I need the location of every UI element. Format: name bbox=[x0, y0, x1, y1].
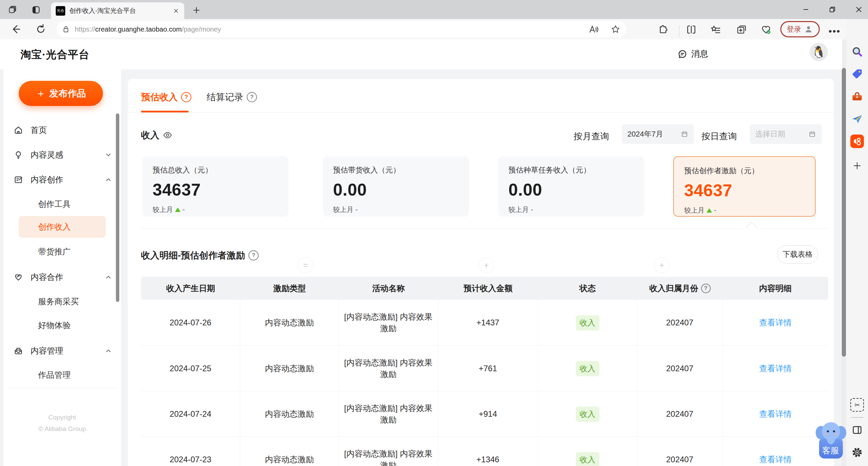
col-header: 状态 bbox=[538, 277, 637, 300]
customer-service-widget[interactable]: 客服 bbox=[814, 416, 847, 461]
day-query-label: 按日查询 bbox=[701, 130, 737, 142]
url-bar[interactable]: https://creator.guanghe.taobao.com/page/… bbox=[56, 21, 626, 37]
help-icon[interactable]: ? bbox=[247, 92, 257, 102]
copyright-line1: Copyright bbox=[11, 414, 113, 421]
new-tab-icon[interactable] bbox=[192, 6, 201, 15]
window-restore-icon[interactable] bbox=[827, 4, 837, 15]
browser-essentials-icon[interactable] bbox=[761, 24, 771, 35]
sidebar-item-works-management[interactable]: 作品管理 bbox=[14, 363, 112, 387]
rail-toolbox-icon[interactable] bbox=[850, 90, 864, 104]
help-icon[interactable]: ? bbox=[181, 92, 191, 102]
cell-date: 2024-07-25 bbox=[141, 346, 240, 391]
plus-icon: ＋ bbox=[36, 87, 46, 101]
login-button[interactable]: 登录 bbox=[780, 21, 820, 37]
view-details-link[interactable]: 查看详情 bbox=[759, 317, 792, 328]
cell-type: 内容动态激励 bbox=[240, 300, 339, 345]
view-details-link[interactable]: 查看详情 bbox=[759, 454, 792, 465]
day-query-input[interactable]: 选择日期 bbox=[750, 124, 822, 144]
tab-estimated-income[interactable]: 预估收入 ? bbox=[141, 91, 191, 103]
table-header-row: 收入产生日期 激励类型 活动名称 预计收入金额 状态 收入归属月份? 内容明细 bbox=[141, 277, 828, 300]
tab-label: 结算记录 bbox=[207, 91, 243, 103]
sidebar-item-product-trial[interactable]: 好物体验 bbox=[14, 313, 112, 337]
download-table-button[interactable]: 下载表格 bbox=[777, 245, 818, 264]
sidebar-item-creation[interactable]: 内容创作 bbox=[14, 167, 112, 192]
messages-button[interactable]: 消息 bbox=[677, 48, 708, 59]
sidebar-divider bbox=[8, 388, 116, 388]
sidebar-item-inspiration[interactable]: 内容灵感 bbox=[14, 142, 112, 167]
screen: 光合 创作收入-淘宝光合平台 https://creator.guanghe.t… bbox=[0, 0, 868, 466]
calendar-icon bbox=[808, 130, 816, 138]
publish-button[interactable]: ＋ 发布作品 bbox=[19, 81, 103, 106]
workspaces-icon[interactable] bbox=[8, 5, 18, 15]
stat-card-task-income[interactable]: 预估种草任务收入（元） 0.00 较上月 - bbox=[498, 156, 644, 217]
stat-label: 预估带货收入（元） bbox=[333, 165, 459, 175]
tab-settlement-records[interactable]: 结算记录 ? bbox=[207, 91, 257, 103]
sidebar-item-label: 内容管理 bbox=[31, 345, 105, 356]
sidebar-item-promotion[interactable]: 带货推广 bbox=[14, 240, 112, 264]
detail-section-title: 收入明细-预估创作者激励 ? bbox=[141, 249, 259, 262]
rail-shopping-icon[interactable] bbox=[850, 67, 864, 81]
rail-add-icon[interactable] bbox=[850, 159, 864, 173]
cell-month: 202407 bbox=[637, 437, 723, 466]
more-menu-icon[interactable]: ••• bbox=[829, 26, 840, 37]
browser-tab[interactable]: 光合 创作收入-淘宝光合平台 bbox=[51, 2, 184, 19]
split-screen-icon[interactable] bbox=[686, 24, 697, 35]
window-close-icon[interactable] bbox=[854, 4, 864, 15]
month-query-label: 按月查询 bbox=[574, 130, 609, 142]
help-icon[interactable]: ? bbox=[701, 284, 711, 293]
refresh-icon[interactable] bbox=[35, 24, 46, 35]
rail-kuaishou-icon[interactable] bbox=[850, 135, 864, 148]
sidebar-item-service-purchase[interactable]: 服务商采买 bbox=[14, 290, 112, 313]
sidebar-item-creation-tools[interactable]: 创作工具 bbox=[14, 192, 112, 216]
read-aloud-icon[interactable] bbox=[589, 24, 599, 34]
compare-label: 较上月 bbox=[333, 205, 353, 214]
sidebar-item-creation-income-active[interactable]: 创作收入 bbox=[19, 216, 106, 238]
tab-actions-icon[interactable] bbox=[31, 5, 41, 15]
sidebar-item-label: 服务商采买 bbox=[38, 296, 79, 307]
toolbar-divider bbox=[679, 25, 679, 37]
month-query-input[interactable]: 2024年7月 bbox=[622, 124, 694, 144]
rail-panel-icon[interactable] bbox=[850, 423, 864, 437]
cell-type: 内容动态激励 bbox=[240, 391, 339, 437]
stat-label: 预估创作者激励（元） bbox=[684, 166, 805, 176]
view-details-link[interactable]: 查看详情 bbox=[759, 363, 792, 374]
collections-icon[interactable] bbox=[736, 24, 747, 35]
back-icon[interactable] bbox=[10, 24, 21, 35]
cell-activity: [内容动态激励] 内容效果激励 bbox=[344, 402, 433, 426]
sidebar-item-cooperation[interactable]: 内容合作 bbox=[14, 265, 112, 290]
help-icon[interactable]: ? bbox=[248, 250, 259, 261]
stat-card-sales-income[interactable]: 预估带货收入（元） 0.00 较上月 - bbox=[323, 156, 469, 217]
sidebar-item-label: 创作收入 bbox=[38, 221, 71, 232]
tabs-divider bbox=[128, 112, 834, 113]
sidebar-scrollbar-thumb[interactable] bbox=[116, 113, 119, 302]
calendar-icon bbox=[680, 130, 689, 138]
user-avatar[interactable]: 🐧 bbox=[810, 43, 828, 61]
table-row: 2024-07-23 内容动态激励 [内容动态激励] 内容效果激励 +1346 … bbox=[141, 436, 828, 466]
col-header: 内容明细 bbox=[723, 277, 828, 300]
site-logo[interactable]: 淘宝·光合平台 bbox=[20, 48, 89, 62]
rail-messenger-icon[interactable] bbox=[850, 112, 864, 126]
home-icon bbox=[14, 125, 23, 135]
extensions-icon[interactable] bbox=[658, 24, 669, 35]
rail-capture-icon[interactable]: ✂ bbox=[850, 398, 864, 412]
heart-hands-icon bbox=[14, 272, 23, 282]
page-scrollbar-thumb[interactable] bbox=[842, 68, 846, 357]
col-header: 活动名称 bbox=[339, 277, 438, 300]
stat-card-creator-incentive-selected[interactable]: 预估创作者激励（元） 34637 较上月 - bbox=[673, 156, 816, 217]
rail-settings-gear-icon[interactable] bbox=[850, 446, 864, 459]
window-minimize-icon[interactable] bbox=[801, 4, 811, 15]
tab-close-icon[interactable] bbox=[173, 7, 179, 14]
sidebar-item-label: 作品管理 bbox=[38, 370, 71, 380]
favorite-star-icon[interactable] bbox=[610, 24, 621, 34]
stat-card-total-income[interactable]: 预估总收入（元） 34637 较上月 - bbox=[142, 156, 289, 217]
view-details-link[interactable]: 查看详情 bbox=[759, 409, 792, 419]
sidebar-item-home[interactable]: 首页 bbox=[14, 118, 112, 143]
sidebar-item-management[interactable]: 内容管理 bbox=[14, 338, 112, 363]
col-header: 收入产生日期 bbox=[141, 277, 240, 300]
rail-search-icon[interactable] bbox=[850, 45, 864, 58]
table-row: 2024-07-26 内容动态激励 [内容动态激励] 内容效果激励 +1437 … bbox=[141, 300, 828, 345]
stat-value: 34637 bbox=[684, 181, 805, 200]
cell-activity: [内容动态激励] 内容效果激励 bbox=[344, 357, 433, 380]
favorites-bar-icon[interactable] bbox=[710, 24, 721, 35]
eye-icon[interactable] bbox=[163, 130, 172, 140]
